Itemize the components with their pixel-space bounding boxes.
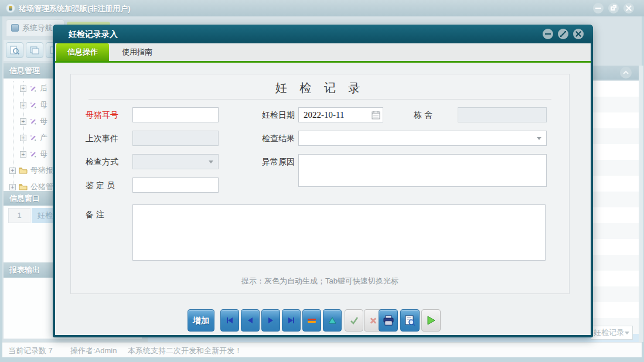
- pregnancy-check-form: 妊 检 记 录 母猪耳号 妊检日期 栋 舍: [70, 74, 570, 294]
- preview-button[interactable]: [400, 309, 420, 332]
- check-method-label: 检查方式: [86, 154, 118, 169]
- application-window: 猪场管理系统加强版(非注册用户) 系统导航: [0, 0, 644, 362]
- form-divider: [88, 99, 551, 100]
- tab-info-operation[interactable]: 信息操作: [56, 43, 109, 61]
- inspector-input[interactable]: [132, 177, 219, 193]
- house-input: [458, 107, 547, 122]
- last-record-icon: [288, 317, 293, 323]
- tree-item[interactable]: + 产: [20, 131, 47, 144]
- tab-usage-guide[interactable]: 使用指南: [110, 43, 164, 61]
- calendar-icon[interactable]: [372, 111, 380, 119]
- status-note: 本系统支持二次开发和全新开发！: [128, 346, 242, 356]
- next-record-icon: [268, 317, 273, 323]
- tree-item[interactable]: + 母: [20, 115, 47, 128]
- expand-plus-icon[interactable]: +: [9, 168, 16, 174]
- tree-item-label: 母: [40, 149, 47, 159]
- status-record-count: 当前记录数 7: [8, 346, 53, 356]
- tab-accent-line: [55, 61, 591, 63]
- wand-icon: [29, 118, 37, 125]
- record-type-dropdown[interactable]: 妊检记录: [591, 326, 633, 340]
- remark-textarea[interactable]: [132, 204, 546, 261]
- house-label: 栋 舍: [414, 107, 432, 122]
- edit-triangle-icon: [328, 317, 336, 324]
- remark-label: 备 注: [86, 207, 104, 222]
- info-row-index: 1: [8, 208, 30, 223]
- tree-item[interactable]: + 母猪报: [9, 164, 53, 177]
- first-record-button[interactable]: [220, 309, 239, 332]
- tree-item-label: 母猪报: [30, 165, 53, 176]
- folder-icon: [19, 183, 28, 190]
- expand-plus-icon[interactable]: +: [20, 102, 26, 108]
- wand-icon: [29, 134, 37, 142]
- app-icon: [6, 4, 15, 13]
- window-restore-icon[interactable]: [608, 3, 619, 13]
- sow-ear-tag-input[interactable]: [132, 107, 219, 122]
- dialog-tab-bar: 信息操作 使用指南: [55, 43, 591, 61]
- run-button[interactable]: [421, 309, 441, 332]
- delete-record-button[interactable]: [302, 309, 321, 332]
- navigation-icon: [11, 24, 19, 32]
- next-record-button[interactable]: [261, 309, 280, 332]
- expand-plus-icon[interactable]: +: [20, 151, 26, 158]
- vertical-scrollbar[interactable]: [639, 66, 643, 342]
- tree-item[interactable]: + 后: [20, 82, 47, 95]
- tree-item[interactable]: + 母: [20, 98, 47, 111]
- check-result-select[interactable]: [298, 131, 547, 146]
- status-bar: 当前记录数 7 操作者:Admin 本系统支持二次开发和全新开发！: [2, 342, 642, 357]
- magnifier-document-icon: [9, 45, 20, 56]
- chevron-down-icon: [537, 137, 541, 140]
- window-copy-icon: [29, 46, 40, 55]
- collapse-chevron-up-icon[interactable]: [620, 67, 632, 78]
- expand-plus-icon[interactable]: +: [20, 86, 26, 92]
- wand-icon: [29, 85, 37, 93]
- preview-magnifier-icon: [404, 315, 416, 326]
- prev-record-button[interactable]: [241, 309, 260, 332]
- prev-record-icon: [248, 317, 253, 323]
- dialog-minimize-icon[interactable]: [543, 29, 553, 39]
- tree-item-label: 后: [40, 83, 47, 94]
- check-icon: [350, 316, 359, 325]
- dialog-titlebar[interactable]: 妊检记录录入: [53, 25, 593, 43]
- print-button[interactable]: [379, 309, 398, 332]
- window-close-icon[interactable]: [623, 3, 634, 13]
- window-title: 猪场管理系统加强版(非注册用户): [19, 4, 131, 14]
- expand-plus-icon[interactable]: +: [20, 135, 26, 141]
- edit-record-button[interactable]: [323, 309, 342, 332]
- chevron-down-icon: [209, 160, 213, 163]
- tree-item[interactable]: + 母: [20, 148, 47, 160]
- search-tool-button[interactable]: [6, 42, 23, 58]
- dialog-title: 妊检记录录入: [69, 29, 118, 40]
- form-hint: 提示：灰色为自动生成；Tab键可快速切换光标: [71, 276, 569, 286]
- check-date-field[interactable]: [298, 107, 383, 122]
- expand-plus-icon[interactable]: +: [9, 184, 16, 190]
- window-minimize-icon[interactable]: [593, 3, 604, 13]
- last-event-label: 上次事件: [86, 131, 118, 146]
- dialog-maximize-icon[interactable]: [558, 29, 568, 39]
- add-button[interactable]: 增加: [188, 309, 214, 332]
- wand-icon: [29, 151, 37, 158]
- abnormal-reason-textarea[interactable]: [298, 154, 547, 187]
- check-date-input[interactable]: [299, 108, 383, 122]
- expand-plus-icon[interactable]: +: [20, 118, 26, 125]
- check-result-label: 检查结果: [236, 131, 295, 146]
- dialog-body: 信息操作 使用指南 妊 检 记 录 母猪耳号 妊检日期: [55, 43, 591, 335]
- pregnancy-check-entry-dialog: 妊检记录录入 信息操作 使用指南 妊 检 记 录 母猪耳号: [53, 25, 593, 337]
- status-operator: 操作者:Admin: [70, 346, 117, 356]
- check-date-label: 妊检日期: [236, 107, 295, 122]
- delete-icon: [308, 319, 316, 323]
- chevron-down-icon: [625, 332, 629, 334]
- check-method-select[interactable]: [132, 154, 219, 169]
- record-type-dropdown-value: 妊检记录: [594, 328, 624, 337]
- dialog-close-icon[interactable]: [573, 29, 584, 39]
- folder-icon: [19, 167, 28, 174]
- wand-icon: [29, 101, 37, 109]
- last-record-button[interactable]: [282, 309, 301, 332]
- last-event-input: [132, 131, 219, 146]
- sow-ear-tag-label: 母猪耳号: [86, 107, 118, 122]
- form-title: 妊 检 记 录: [71, 80, 569, 96]
- tree-item-label: 产: [40, 132, 47, 143]
- window-bottom-frame: [0, 357, 644, 362]
- window-tool-button[interactable]: [26, 42, 43, 58]
- tree-item-label: 母: [40, 100, 47, 110]
- post-record-button[interactable]: [345, 309, 363, 332]
